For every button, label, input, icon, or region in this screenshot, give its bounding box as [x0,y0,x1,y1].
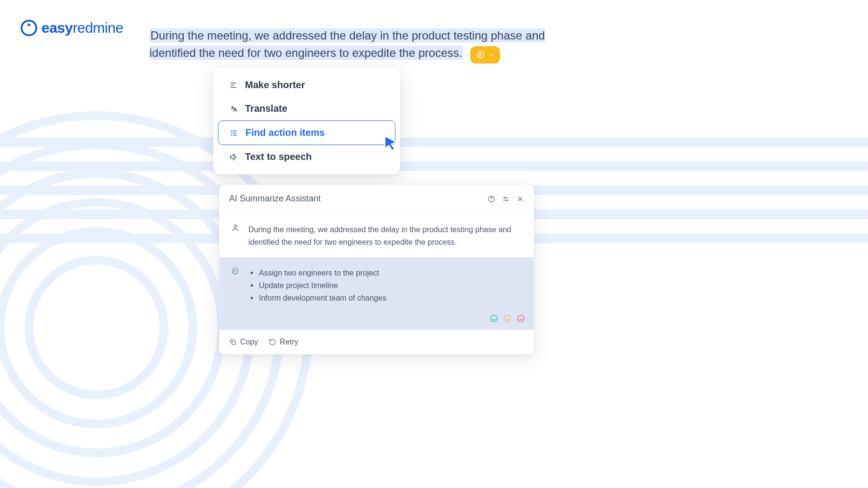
assistant-feedback-row [219,310,534,330]
brand-logo: easyredmine [20,19,123,37]
svg-point-15 [490,315,497,322]
shorten-icon [229,80,238,90]
ai-action-item: Assign two engineers to the project [250,267,386,279]
menu-text-to-speech[interactable]: Text to speech [218,145,395,169]
assistant-footer: Copy Retry [219,330,534,354]
svg-point-11 [504,197,505,198]
assistant-user-text: During the meeting, we addressed the del… [248,224,522,249]
ai-assistant-panel: AI Summarize Assistant During the meetin… [219,185,534,355]
menu-item-label: Make shorter [245,79,305,91]
ai-action-item: Update project timeline [250,279,386,292]
ai-action-list: Assign two engineers to the project Upda… [248,267,386,304]
ai-action-item: Inform development team of changes [250,292,386,304]
svg-point-9 [479,53,481,55]
settings-icon[interactable] [502,195,510,203]
ai-head-icon [476,50,486,60]
chevron-down-icon [488,52,494,58]
close-icon[interactable] [516,195,524,203]
retry-label: Retry [280,338,298,346]
menu-find-action-items[interactable]: Find action items [218,120,395,145]
svg-point-16 [504,315,511,322]
assistant-ai-block: Assign two engineers to the project Upda… [219,257,534,310]
svg-point-12 [506,199,508,201]
feedback-neutral-icon[interactable] [503,314,512,323]
menu-item-label: Text to speech [245,151,312,162]
svg-point-0 [29,260,164,395]
user-icon [231,224,241,236]
ai-context-menu: Make shorter Translate Find action items… [213,67,400,174]
menu-make-shorter[interactable]: Make shorter [218,73,395,97]
logo-text: easyredmine [41,20,123,36]
assistant-header: AI Summarize Assistant [219,185,534,213]
feedback-sad-icon[interactable] [516,314,525,323]
assistant-user-block: During the meeting, we addressed the del… [219,213,534,257]
menu-item-label: Find action items [245,127,325,138]
ai-head-icon [231,267,241,277]
menu-translate[interactable]: Translate [218,97,395,120]
ai-trigger-badge[interactable] [470,46,500,64]
svg-point-14 [234,270,235,271]
copy-button[interactable]: Copy [229,338,258,346]
help-icon[interactable] [488,195,495,203]
menu-item-label: Translate [245,103,287,114]
speaker-icon [229,152,238,162]
retry-button[interactable]: Retry [269,338,298,346]
assistant-title: AI Summarize Assistant [229,194,321,204]
selected-text-block: During the meeting, we addressed the del… [149,27,550,64]
checklist-icon [229,128,239,138]
svg-point-8 [27,26,31,30]
translate-icon [229,104,238,114]
logo-icon [20,19,38,37]
svg-point-13 [234,225,237,228]
svg-point-17 [517,315,524,322]
feedback-happy-icon[interactable] [489,314,498,323]
svg-rect-18 [232,341,235,344]
cursor-pointer-icon [382,134,400,152]
copy-label: Copy [240,338,258,346]
